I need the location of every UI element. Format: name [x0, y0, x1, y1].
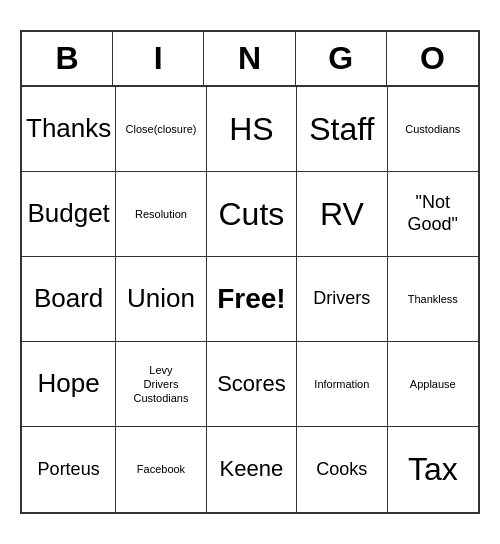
- cell-label: Cuts: [219, 195, 285, 233]
- bingo-header: BINGO: [22, 32, 478, 87]
- cell-label: Resolution: [135, 207, 187, 221]
- bingo-cell: Resolution: [116, 172, 206, 257]
- bingo-cell: Tax: [388, 427, 478, 512]
- header-letter: G: [296, 32, 387, 85]
- cell-label: RV: [320, 195, 364, 233]
- bingo-cell: Free!: [207, 257, 297, 342]
- bingo-cell: Hope: [22, 342, 116, 427]
- bingo-cell: Thankless: [388, 257, 478, 342]
- cell-label: Information: [314, 377, 369, 391]
- header-letter: B: [22, 32, 113, 85]
- cell-label: Close(closure): [126, 122, 197, 136]
- bingo-cell: Budget: [22, 172, 116, 257]
- cell-label: Staff: [309, 110, 374, 148]
- cell-label: Budget: [27, 198, 109, 229]
- cell-label: Board: [34, 283, 103, 314]
- cell-label: Porteus: [38, 459, 100, 481]
- bingo-cell: Facebook: [116, 427, 206, 512]
- bingo-cell: Levy Drivers Custodians: [116, 342, 206, 427]
- cell-label: Levy Drivers Custodians: [133, 363, 188, 406]
- cell-label: Scores: [217, 371, 285, 397]
- bingo-cell: Thanks: [22, 87, 116, 172]
- bingo-cell: "Not Good": [388, 172, 478, 257]
- bingo-cell: Keene: [207, 427, 297, 512]
- bingo-cell: Drivers: [297, 257, 387, 342]
- bingo-cell: Custodians: [388, 87, 478, 172]
- cell-label: HS: [229, 110, 273, 148]
- bingo-cell: Cuts: [207, 172, 297, 257]
- bingo-card: BINGO ThanksClose(closure)HSStaffCustodi…: [20, 30, 480, 514]
- bingo-cell: Cooks: [297, 427, 387, 512]
- header-letter: O: [387, 32, 478, 85]
- cell-label: Thanks: [26, 113, 111, 144]
- cell-label: Custodians: [405, 122, 460, 136]
- bingo-cell: Porteus: [22, 427, 116, 512]
- bingo-cell: Applause: [388, 342, 478, 427]
- cell-label: "Not Good": [408, 192, 458, 235]
- cell-label: Free!: [217, 282, 285, 316]
- bingo-grid: ThanksClose(closure)HSStaffCustodiansBud…: [22, 87, 478, 512]
- bingo-cell: Close(closure): [116, 87, 206, 172]
- cell-label: Applause: [410, 377, 456, 391]
- cell-label: Keene: [220, 456, 284, 482]
- cell-label: Hope: [38, 368, 100, 399]
- cell-label: Tax: [408, 450, 458, 488]
- header-letter: N: [204, 32, 295, 85]
- bingo-cell: Board: [22, 257, 116, 342]
- cell-label: Thankless: [408, 292, 458, 306]
- cell-label: Drivers: [313, 288, 370, 310]
- bingo-cell: Scores: [207, 342, 297, 427]
- cell-label: Cooks: [316, 459, 367, 481]
- bingo-cell: Staff: [297, 87, 387, 172]
- bingo-cell: RV: [297, 172, 387, 257]
- cell-label: Facebook: [137, 462, 185, 476]
- cell-label: Union: [127, 283, 195, 314]
- bingo-cell: Union: [116, 257, 206, 342]
- bingo-cell: Information: [297, 342, 387, 427]
- header-letter: I: [113, 32, 204, 85]
- bingo-cell: HS: [207, 87, 297, 172]
